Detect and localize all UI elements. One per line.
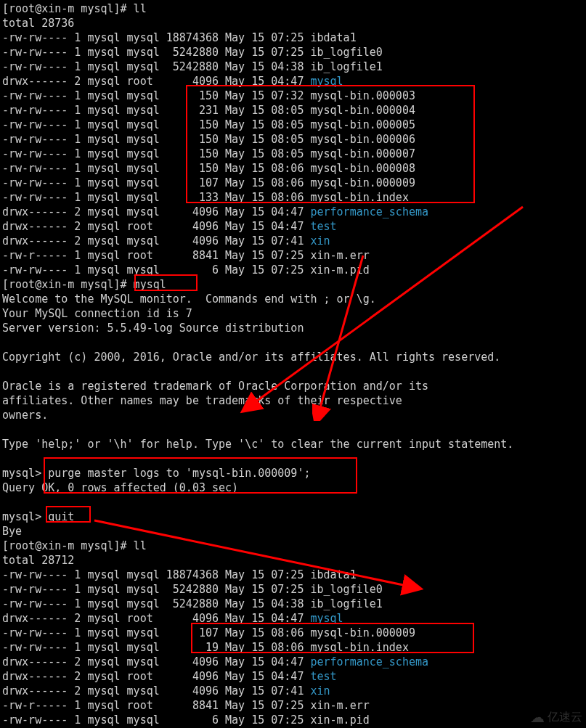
watermark: ☁亿速云 (530, 710, 582, 724)
ls-row: drwx------ 2 mysql mysql 4096 May 15 07:… (2, 234, 584, 248)
ls-row: -rw-rw---- 1 mysql mysql 231 May 15 08:0… (2, 103, 584, 118)
terminal-output[interactable]: [root@xin-m mysql]# lltotal 28736-rw-rw-… (2, 1, 584, 727)
mysql-result: Query OK, 0 rows affected (0.03 sec) (2, 480, 584, 495)
mysql-welcome-line: Welcome to the MySQL monitor. Commands e… (2, 292, 584, 306)
mysql-welcome-line: Server version: 5.5.49-log Source distri… (2, 321, 584, 335)
shell-prompt: [root@xin-m mysql]# mysql (2, 277, 584, 292)
mysql-welcome-line (2, 335, 584, 350)
ls-row: -rw-rw---- 1 mysql mysql 18874368 May 15… (2, 568, 584, 582)
ls-row: -rw-rw---- 1 mysql mysql 150 May 15 08:0… (2, 161, 584, 176)
ls-row: -rw-rw---- 1 mysql mysql 6 May 15 07:25 … (2, 263, 584, 277)
ls-row: drwx------ 2 mysql root 4096 May 15 04:4… (2, 611, 584, 626)
ls-row: -rw-r----- 1 mysql root 8841 May 15 07:2… (2, 698, 584, 713)
ls-row: -rw-r----- 1 mysql root 8841 May 15 07:2… (2, 248, 584, 263)
ls-row: -rw-rw---- 1 mysql mysql 18874368 May 15… (2, 30, 584, 45)
shell-prompt: [root@xin-m mysql]# ll (2, 1, 584, 16)
ls-row: -rw-rw---- 1 mysql mysql 150 May 15 08:0… (2, 147, 584, 161)
ls-row: -rw-rw---- 1 mysql mysql 107 May 15 08:0… (2, 176, 584, 190)
mysql-welcome-line (2, 364, 584, 379)
mysql-welcome-line (2, 451, 584, 466)
total-line: total 28736 (2, 16, 584, 30)
mysql-welcome-line: Your MySQL connection id is 7 (2, 306, 584, 321)
mysql-welcome-line (2, 422, 584, 437)
ls-row: -rw-rw---- 1 mysql mysql 150 May 15 08:0… (2, 118, 584, 132)
ls-row: -rw-rw---- 1 mysql mysql 19 May 15 08:06… (2, 640, 584, 655)
blank-line (2, 495, 584, 510)
bye-line: Bye (2, 524, 584, 539)
ls-row: -rw-rw---- 1 mysql mysql 150 May 15 07:3… (2, 89, 584, 103)
ls-row: drwx------ 2 mysql root 4096 May 15 04:4… (2, 74, 584, 89)
ls-row: drwx------ 2 mysql root 4096 May 15 04:4… (2, 669, 584, 684)
mysql-welcome-line: affiliates. Other names may be trademark… (2, 393, 584, 408)
total-line: total 28712 (2, 553, 584, 568)
mysql-prompt: mysql> purge master logs to 'mysql-bin.0… (2, 466, 584, 480)
mysql-welcome-line: Copyright (c) 2000, 2016, Oracle and/or … (2, 350, 584, 364)
ls-row: -rw-rw---- 1 mysql mysql 5242880 May 15 … (2, 582, 584, 597)
mysql-welcome-line: Oracle is a registered trademark of Orac… (2, 379, 584, 393)
ls-row: -rw-rw---- 1 mysql mysql 150 May 15 08:0… (2, 132, 584, 147)
ls-row: -rw-rw---- 1 mysql mysql 5242880 May 15 … (2, 60, 584, 74)
mysql-welcome-line: Type 'help;' or '\h' for help. Type '\c'… (2, 437, 584, 451)
ls-row: -rw-rw---- 1 mysql mysql 133 May 15 08:0… (2, 190, 584, 205)
ls-row: -rw-rw---- 1 mysql mysql 5242880 May 15 … (2, 597, 584, 611)
shell-prompt: [root@xin-m mysql]# ll (2, 539, 584, 553)
ls-row: drwx------ 2 mysql mysql 4096 May 15 04:… (2, 655, 584, 669)
ls-row: -rw-rw---- 1 mysql mysql 107 May 15 08:0… (2, 626, 584, 640)
ls-row: -rw-rw---- 1 mysql mysql 6 May 15 07:25 … (2, 713, 584, 727)
ls-row: -rw-rw---- 1 mysql mysql 5242880 May 15 … (2, 45, 584, 60)
mysql-welcome-line: owners. (2, 408, 584, 422)
mysql-prompt: mysql> quit (2, 510, 584, 524)
ls-row: drwx------ 2 mysql root 4096 May 15 04:4… (2, 219, 584, 234)
ls-row: drwx------ 2 mysql mysql 4096 May 15 07:… (2, 684, 584, 698)
ls-row: drwx------ 2 mysql mysql 4096 May 15 04:… (2, 205, 584, 219)
